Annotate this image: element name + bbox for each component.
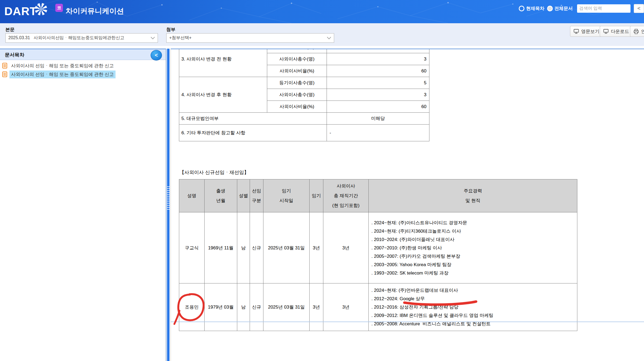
- attachment-select-label: 첨부: [166, 26, 175, 33]
- toc-sidebar-header: 문서목차 <: [0, 49, 166, 60]
- director-total-tenure: 3년: [323, 212, 369, 283]
- career-line: . 2012~2016: 삼성전자 기획그룹/전략 담당: [371, 303, 574, 311]
- toc-item-2-active[interactable]: 사외이사의 선임ㆍ해임 또는 중도퇴임에 관한 신고: [2, 70, 116, 78]
- group-after-change: 4. 사외이사 변경 후 현황: [179, 77, 267, 113]
- document-icon: [2, 71, 7, 77]
- english-view-button[interactable]: 영문보기: [570, 26, 603, 37]
- toc-item-1[interactable]: 사외이사의 선임ㆍ해임 또는 중도퇴임에 관한 신고: [2, 62, 116, 70]
- body-document-select[interactable]: 2025.03.31 사외이사의선임ㆍ해임또는중도퇴임에관한신고: [5, 33, 158, 43]
- other-notes-value: -: [327, 125, 429, 141]
- sidebar-collapse-button[interactable]: <: [151, 50, 162, 61]
- career-line: . 2010~2024: (주)와이더플래닛 대표이사: [371, 235, 574, 244]
- dart-logo[interactable]: DART: [4, 3, 47, 19]
- dart-viewer-page: DART 코 차이커뮤니케이션 현재목차 전체문서 <: [0, 0, 644, 361]
- metric-value: 5: [327, 77, 429, 89]
- metric-value: 60: [327, 101, 429, 113]
- director-gender: 남: [237, 212, 250, 283]
- career-line: . 2007~2010: (주)한샘 마케팅 이사: [371, 244, 574, 252]
- career-line: . 2009~2012: IBM 온디맨드 솔루션 및 클라우드 영업 마케팅: [371, 311, 574, 320]
- current-toc-label: 현재목차: [526, 5, 544, 12]
- kosdaq-market-badge: 코: [55, 4, 63, 12]
- company-name: 차이커뮤니케이션: [66, 6, 124, 16]
- career-line: . 2024~현재: (주)아티스트유나이티드 경영자문: [371, 219, 574, 227]
- metric-label: 사외이사비율(%): [267, 65, 327, 77]
- table-row: 3. 사외이사 변경 전 현황 등기이사총수(명) 5: [179, 49, 429, 53]
- col-header-term: 임기: [310, 179, 323, 212]
- metric-label: 사외이사비율(%): [267, 101, 327, 113]
- toc-item-label[interactable]: 사외이사의 선임ㆍ해임 또는 중도퇴임에 관한 신고: [9, 62, 116, 70]
- col-header-career: 주요경력 및 현직: [369, 179, 577, 212]
- career-line: . 2005~2008: Accenture 비즈니스 애널리스트 및 컨설턴트: [371, 320, 574, 328]
- director-total-tenure: 3년: [323, 283, 369, 331]
- director-term-start: 2025년 03월 31일: [263, 283, 310, 331]
- app-header: DART 코 차이커뮤니케이션 현재목차 전체문서 <: [0, 0, 644, 24]
- career-line: . 1993~2002: SK telecom 마케팅 과장: [371, 269, 574, 277]
- document-content-pane[interactable]: 3. 사외이사 변경 전 현황 등기이사총수(명) 5 사외이사총수(명) 3 …: [171, 49, 644, 361]
- director-name-circled: 조용민: [179, 283, 205, 331]
- search-input[interactable]: [577, 6, 637, 11]
- radio-unselected-icon[interactable]: [519, 6, 524, 11]
- director-career-list: . 2024~현재: (주)아티스트유나이티드 경영자문 . 2024~현재: …: [369, 212, 577, 283]
- new-appointment-table: 성명 출생 년월 성별 선임 구분 임기 시작일 임기 사외이사 총 재직기간 …: [179, 179, 577, 331]
- metric-label: 등기이사총수(명): [267, 77, 327, 89]
- dart-logo-text: DART: [4, 3, 37, 19]
- monitor-icon: [574, 29, 579, 34]
- metric-value: 5: [327, 49, 429, 53]
- metric-value: 60: [327, 65, 429, 77]
- document-icon: [2, 63, 7, 69]
- director-term: 3년: [310, 212, 323, 283]
- col-header-gender: 성별: [237, 179, 250, 212]
- col-header-term-start: 임기 시작일: [263, 179, 310, 212]
- body-select-label: 본문: [5, 26, 15, 33]
- career-line: . 2024~현재: (주)언바운드랩데브 대표이사: [371, 286, 574, 295]
- print-label: 인쇄: [641, 28, 644, 35]
- metric-value: 3: [327, 53, 429, 65]
- large-corp-value: 미해당: [327, 113, 429, 125]
- attachment-select-value: +첨부선택+: [169, 35, 192, 41]
- director-row-1: 구교식 1969년 11월 남 신규 2025년 03월 31일 3년 3년 .…: [179, 212, 577, 283]
- outside-director-summary-table: 3. 사외이사 변경 전 현황 등기이사총수(명) 5 사외이사총수(명) 3 …: [179, 49, 429, 141]
- col-header-appoint-type: 선임 구분: [250, 179, 263, 212]
- print-button[interactable]: 인쇄: [630, 26, 644, 37]
- toc-item-label[interactable]: 사외이사의 선임ㆍ해임 또는 중도퇴임에 관한 신고: [9, 71, 116, 78]
- header-controls: 현재목차 전체문서 <: [519, 0, 644, 17]
- col-header-birth: 출생 년월: [205, 179, 237, 212]
- director-appoint-type: 신규: [250, 283, 263, 331]
- table-row: 4. 사외이사 변경 후 현황 등기이사총수(명) 5: [179, 77, 429, 89]
- director-career-list: . 2024~현재: (주)언바운드랩데브 대표이사 . 2012~2024: …: [369, 283, 577, 331]
- table-row: 5. 대규모법인여부 미해당: [179, 113, 429, 125]
- director-term-start: 2025년 03월 31일: [263, 212, 310, 283]
- download-button[interactable]: 다운로드: [600, 26, 633, 37]
- director-gender: 남: [237, 283, 250, 331]
- content-bottom-border: [171, 322, 644, 322]
- large-corp-label: 5. 대규모법인여부: [179, 113, 327, 125]
- director-row-2: 조용민 1979년 03월 남 신규 2025년 03월 31일 3년 3년 .…: [179, 283, 577, 331]
- chevron-down-icon: [327, 37, 331, 39]
- career-line: . 2005~2007: (주)카카오 검색마케팅 본부장: [371, 252, 574, 260]
- radio-selected-icon[interactable]: [547, 6, 553, 11]
- detail-header-row: 성명 출생 년월 성별 선임 구분 임기 시작일 임기 사외이사 총 재직기간 …: [179, 179, 577, 212]
- english-view-label: 영문보기: [581, 28, 599, 35]
- monitor-icon: [603, 29, 609, 34]
- attachment-select[interactable]: +첨부선택+: [166, 33, 334, 43]
- current-toc-radio[interactable]: 현재목차: [519, 5, 544, 12]
- chevron-down-icon: [151, 37, 155, 39]
- splitter-grip-handle[interactable]: [167, 186, 170, 211]
- career-line-underlined: . 2012~2024: Google 상무: [371, 295, 574, 303]
- director-appoint-type: 신규: [250, 212, 263, 283]
- table-row: 6. 기타 투자판단에 참고할 사항 -: [179, 125, 429, 141]
- director-birth: 1969년 11월: [205, 212, 237, 283]
- full-document-radio[interactable]: 전체문서: [547, 5, 573, 12]
- career-line: . 2003~2005: Yahoo Korea 마케팅 팀장: [371, 260, 574, 269]
- header-collapse-button[interactable]: <: [634, 4, 644, 13]
- metric-value: 3: [327, 89, 429, 101]
- metric-label: 등기이사총수(명): [267, 49, 327, 53]
- dart-pinwheel-icon: [35, 3, 47, 15]
- full-document-label: 전체문서: [554, 5, 573, 12]
- printer-icon: [633, 29, 639, 34]
- pane-splitter[interactable]: [166, 49, 170, 361]
- search-box[interactable]: [577, 4, 631, 13]
- detail-table-title: 【사외이사 신규선임ㆍ재선임】: [179, 169, 249, 176]
- metric-label: 사외이사총수(명): [267, 53, 327, 65]
- director-term: 3년: [310, 283, 323, 331]
